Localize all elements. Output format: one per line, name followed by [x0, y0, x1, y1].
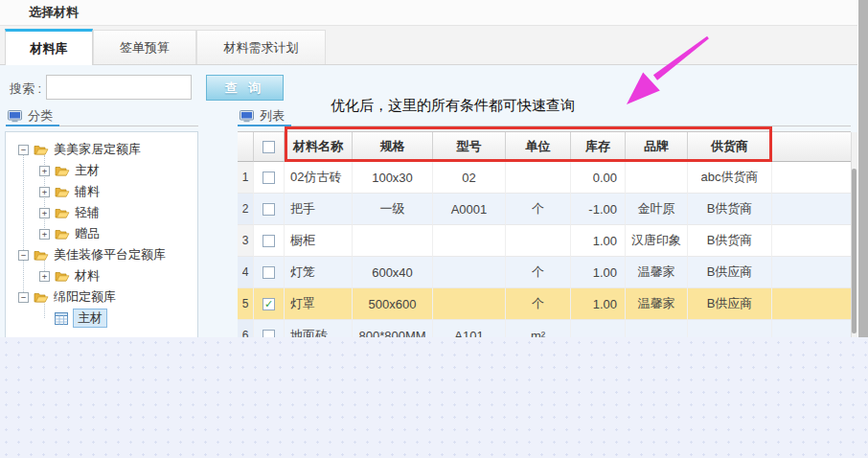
list-underline [238, 125, 291, 126]
row-checkbox[interactable] [263, 330, 275, 338]
search-input[interactable] [46, 75, 192, 100]
cell-supplier: B供货商 [688, 194, 772, 225]
header-row-number-cell [238, 132, 254, 162]
tree-node-label: 赠品 [75, 225, 100, 242]
table-row[interactable]: 4灯笼600x40个1.00温馨家B供应商 [238, 257, 851, 288]
tree-node[interactable]: + 轻辅 [6, 202, 197, 223]
row-number-cell: 4 [238, 257, 254, 288]
cell-unit: m² [506, 320, 571, 337]
tree-node-label: 美美家居定额库 [54, 141, 141, 158]
row-filler-cell [772, 194, 851, 225]
column-header[interactable]: 单位 [506, 132, 571, 162]
tree-node-label: 美佳装修平台定额库 [54, 246, 166, 263]
column-header[interactable]: 供货商 [688, 132, 772, 162]
tab-material-demand-plan[interactable]: 材料需求计划 [196, 30, 326, 64]
tree-toggle-plus-icon[interactable]: + [39, 187, 50, 197]
row-filler-cell [772, 320, 851, 337]
cell-stock: 1.00 [571, 257, 626, 288]
tree-node-label: 材料 [75, 267, 100, 285]
cell-supplier: B供货商 [688, 225, 772, 257]
folder-icon [55, 270, 70, 283]
row-checkbox[interactable] [263, 235, 275, 247]
cell-stock: 1.00 [571, 288, 626, 320]
query-button[interactable]: 查 询 [206, 75, 284, 101]
cell-supplier [688, 320, 772, 337]
folder-icon [55, 228, 70, 240]
table-row[interactable]: 6地面砖800*800MMA101m² [238, 320, 851, 337]
tree-toggle-minus-icon[interactable]: − [18, 292, 29, 303]
table-row[interactable]: 102仿古砖100x30020.00abc供货商 [238, 162, 851, 194]
header-filler-cell [772, 132, 851, 162]
folder-icon [55, 186, 70, 198]
row-number-cell: 5 [238, 288, 254, 320]
cell-brand: 金叶原 [626, 194, 688, 225]
row-checkbox[interactable] [263, 172, 275, 184]
header-checkbox-cell [254, 132, 285, 162]
tree-node[interactable]: + 辅料 [6, 181, 197, 202]
select-all-checkbox[interactable] [263, 141, 275, 153]
table-row[interactable]: 3橱柜1.00汉唐印象B供货商 [238, 225, 851, 257]
column-header[interactable]: 型号 [433, 132, 506, 162]
row-checkbox[interactable]: ✓ [263, 298, 275, 310]
column-header[interactable]: 材料名称 [285, 132, 353, 162]
tree-node[interactable]: + 主材 [6, 160, 197, 181]
cell-spec: 500x600 [353, 288, 433, 320]
cell-model [433, 257, 506, 288]
cell-brand [626, 162, 688, 194]
row-checkbox-cell [254, 257, 285, 288]
column-header[interactable]: 规格 [353, 132, 433, 162]
categories-underline [6, 125, 59, 126]
tree-toggle-plus-icon[interactable]: + [39, 229, 50, 240]
column-header[interactable]: 品牌 [626, 132, 688, 162]
tree-node-label: 绵阳定额库 [54, 288, 116, 306]
cell-unit: 个 [506, 257, 571, 288]
row-checkbox[interactable] [263, 266, 275, 279]
tree-node[interactable]: − 绵阳定额库 [6, 286, 197, 308]
cell-spec [353, 225, 433, 257]
category-tree: − 美美家居定额库 + 主材 + 辅料 + 轻辅 + 赠品 − 美佳装修平台定额… [5, 131, 198, 337]
folder-icon [34, 249, 49, 262]
cell-brand: 汉唐印象 [626, 225, 688, 257]
cell-supplier: B供应商 [688, 257, 772, 288]
annotation-arrow-icon [613, 32, 719, 113]
annotation-text: 优化后，这里的所有条件都可快速查询 [331, 97, 575, 115]
cell-model: A101 [433, 320, 506, 337]
row-checkbox-cell [254, 162, 285, 194]
tree-node[interactable]: + 材料 [6, 265, 197, 286]
materials-table: 材料名称规格型号单位库存品牌供货商 102仿古砖100x30020.00abc供… [238, 131, 851, 337]
cell-stock [571, 320, 626, 337]
tree-node-selected[interactable]: 主材 [6, 308, 197, 329]
tree-node[interactable]: + 赠品 [6, 223, 197, 244]
row-checkbox-cell [254, 320, 285, 337]
cell-model: 02 [433, 162, 506, 194]
tab-order-budget[interactable]: 签单预算 [93, 30, 196, 64]
tab-material-library[interactable]: 材料库 [5, 29, 93, 65]
tree-node-label: 辅料 [75, 183, 100, 200]
table-vertical-scrollbar-thumb[interactable] [852, 169, 857, 333]
column-header[interactable]: 库存 [571, 132, 626, 162]
folder-icon [55, 165, 70, 177]
cell-supplier: B供应商 [688, 288, 772, 320]
row-checkbox[interactable] [263, 203, 275, 216]
cell-spec: 600x40 [353, 257, 433, 288]
cell-unit: 个 [506, 288, 571, 320]
cell-stock: 1.00 [571, 225, 626, 257]
categories-panel-header: 分类 [8, 107, 53, 125]
tree-node[interactable]: − 美佳装修平台定额库 [6, 244, 197, 265]
cell-unit [506, 225, 571, 257]
tree-node-label: 轻辅 [75, 204, 100, 221]
row-checkbox-cell: ✓ [254, 288, 285, 320]
tree-toggle-plus-icon[interactable]: + [39, 271, 50, 282]
tree-toggle-minus-icon[interactable]: − [18, 250, 29, 261]
tree-toggle-plus-icon[interactable]: + [39, 166, 50, 176]
list-panel-header: 列表 [240, 107, 285, 125]
tree-toggle-minus-icon[interactable]: − [18, 145, 29, 155]
tree-node[interactable]: − 美美家居定额库 [6, 139, 197, 160]
folder-icon [34, 291, 49, 304]
table-row[interactable]: 2把手一级A0001个-1.00金叶原B供货商 [238, 194, 851, 225]
page-title: 选择材料 [0, 0, 857, 26]
tree-toggle-plus-icon[interactable]: + [39, 208, 50, 218]
outer-scrollbar-gutter [857, 0, 868, 337]
row-number-cell: 3 [238, 225, 254, 257]
table-row[interactable]: 5✓灯罩500x600个1.00温馨家B供应商 [238, 288, 851, 320]
